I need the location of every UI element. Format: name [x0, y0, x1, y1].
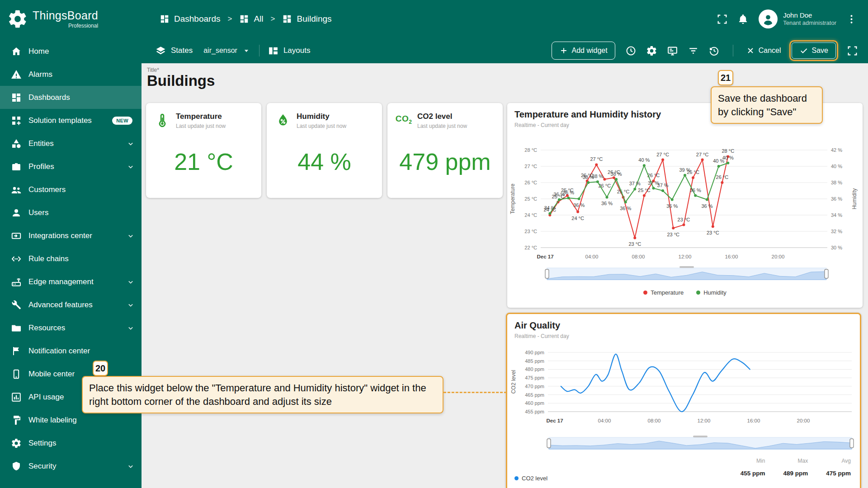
temperature-humidity-brush[interactable]: [507, 266, 863, 282]
sidebar-item-security[interactable]: Security: [0, 455, 142, 478]
version-control-button[interactable]: [704, 40, 725, 61]
stat-min: Min 455 ppm: [741, 458, 765, 477]
sidebar-item-label: Solution templates: [28, 116, 105, 125]
sidebar-item-customers[interactable]: Customers: [0, 178, 142, 201]
sidebar-item-users[interactable]: Users: [0, 201, 142, 224]
state-value: air_sensor: [203, 47, 237, 55]
x-axis-tick: Dec 17: [537, 254, 553, 259]
brush-handle-left[interactable]: [545, 269, 549, 278]
widget-card-co2[interactable]: CO2 CO2 level Last update just now 479 p…: [387, 103, 503, 198]
widget-card-temperature[interactable]: Temperature Last update just now 21 °C: [146, 103, 261, 198]
white-labeling-icon: [11, 415, 22, 426]
breadcrumb-dashboards[interactable]: Dashboards: [160, 14, 220, 24]
brush-drag-handle[interactable]: [693, 436, 708, 437]
y-axis-tick: 475 ppm: [525, 375, 544, 380]
sidebar-item-profiles[interactable]: Profiles: [0, 155, 142, 178]
dashboards-icon: [282, 14, 292, 24]
data-point: [682, 224, 685, 226]
x-axis-tick: 04:00: [585, 254, 599, 259]
sidebar-item-label: Profiles: [28, 162, 119, 171]
card-subtitle: Last update just now: [297, 123, 346, 129]
x-axis-tick: 20:00: [772, 254, 785, 259]
states-select[interactable]: States air_sensor: [155, 45, 251, 56]
y-axis-tick: 26 °C: [524, 180, 537, 185]
legend-item-temperature[interactable]: Temperature: [643, 289, 684, 296]
manage-layouts-button[interactable]: [662, 40, 683, 61]
stat-avg: Avg 475 ppm: [826, 458, 851, 477]
sidebar-item-home[interactable]: Home: [0, 40, 142, 63]
y-axis-label: CO2 level: [510, 370, 517, 394]
data-point: [624, 201, 627, 203]
point-label: 26 °C: [716, 174, 729, 180]
point-label: 25 °C: [617, 189, 630, 194]
brush-handle-left[interactable]: [547, 439, 551, 448]
sidebar-item-resources[interactable]: Resources: [0, 316, 142, 339]
y-axis-tick: 485 ppm: [525, 358, 544, 364]
layouts-button[interactable]: Layouts: [268, 45, 311, 56]
brush-handle-right[interactable]: [850, 439, 854, 448]
sidebar-item-integrations-center[interactable]: Integrations center: [0, 224, 142, 247]
save-highlight-ring: Save: [789, 40, 838, 61]
app-name: ThingsBoard: [33, 10, 98, 21]
sidebar-item-rule-chains[interactable]: Rule chains: [0, 247, 142, 270]
sidebar-item-alarms[interactable]: Alarms: [0, 63, 142, 86]
time-window-button[interactable]: [621, 40, 642, 61]
toolbar-fullscreen-button[interactable]: [842, 40, 863, 61]
temperature-humidity-widget[interactable]: Temperature and Humidity history Realtim…: [507, 103, 863, 308]
sidebar-item-entities[interactable]: Entities: [0, 132, 142, 155]
legend-item-humidity[interactable]: Humidity: [696, 289, 726, 296]
sidebar-item-dashboards[interactable]: Dashboards: [0, 86, 142, 109]
app-logo[interactable]: ThingsBoard Professional: [0, 0, 142, 38]
air-quality-chart: 455 ppm460 ppm465 ppm470 ppm475 ppm480 p…: [507, 341, 860, 431]
check-icon: [799, 46, 808, 55]
point-label: 25 °C: [638, 188, 651, 193]
data-point: [712, 225, 714, 228]
sidebar-item-settings[interactable]: Settings: [0, 432, 142, 455]
brush-drag-handle[interactable]: [679, 266, 694, 268]
widget-card-humidity[interactable]: Humidity Last update just now 44 %: [267, 103, 382, 198]
dashboard-toolbar: States air_sensor Layouts Add widget: [142, 38, 868, 63]
data-point: [578, 197, 580, 200]
data-point: [596, 180, 599, 183]
data-point: [652, 187, 655, 190]
sidebar-item-label: Notification center: [28, 347, 135, 356]
breadcrumb-buildings[interactable]: Buildings: [282, 14, 331, 24]
sidebar-item-advanced-features[interactable]: Advanced features: [0, 293, 142, 316]
fullscreen-button[interactable]: [712, 9, 732, 29]
save-button[interactable]: Save: [792, 42, 836, 59]
avatar[interactable]: [759, 9, 778, 28]
data-point: [643, 164, 646, 167]
data-point: [595, 163, 598, 166]
toolbar-divider: [259, 45, 259, 56]
layers-icon: [155, 45, 166, 56]
brush-handle-right[interactable]: [825, 269, 828, 278]
user-info: John Doe Tenant administrator: [783, 11, 836, 27]
filters-button[interactable]: [683, 40, 704, 61]
dashboard-settings-button[interactable]: [642, 40, 662, 61]
y-axis-tick: 480 ppm: [525, 366, 544, 372]
notifications-button[interactable]: [732, 9, 753, 29]
data-point: [633, 236, 636, 239]
x-axis-tick: 16:00: [725, 254, 738, 259]
air-quality-brush[interactable]: [507, 435, 860, 451]
breadcrumb-all[interactable]: All: [239, 14, 263, 24]
sidebar-item-notification-center[interactable]: Notification center: [0, 339, 142, 362]
stat-value: 489 ppm: [783, 470, 808, 477]
add-widget-button[interactable]: Add widget: [552, 42, 615, 60]
fullscreen-icon: [717, 14, 728, 25]
sidebar-item-label: Resources: [28, 324, 119, 333]
card-header: Humidity Last update just now: [267, 103, 382, 129]
data-point: [587, 181, 590, 184]
point-label: 36 %: [563, 190, 574, 195]
logo-text: ThingsBoard Professional: [33, 10, 98, 28]
sidebar-item-edge-management[interactable]: Edge management: [0, 270, 142, 293]
air-quality-widget[interactable]: Air Quality Realtime - Current day Min 4…: [506, 313, 861, 488]
breadcrumb-label: All: [254, 14, 263, 24]
legend-label: Temperature: [651, 289, 684, 296]
sidebar-item-solution-templates[interactable]: Solution templates NEW: [0, 109, 142, 132]
legend-item-co2[interactable]: CO2 level: [514, 475, 547, 482]
y-axis-tick: 28 °C: [524, 147, 537, 153]
y-axis-tick-right: 30 %: [831, 245, 842, 250]
cancel-button[interactable]: Cancel: [741, 42, 786, 59]
more-menu-button[interactable]: [841, 9, 862, 29]
